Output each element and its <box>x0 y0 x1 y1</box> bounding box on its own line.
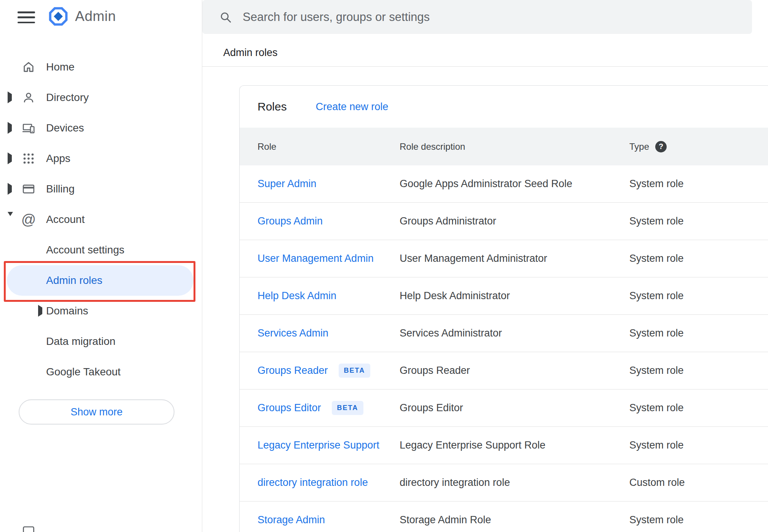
credit-card-icon <box>22 182 35 196</box>
help-icon[interactable]: ? <box>655 141 667 152</box>
roles-card-header: Roles Create new role <box>240 86 768 128</box>
beta-badge: BETA <box>339 364 371 378</box>
chevron-right-icon[interactable] <box>8 186 12 192</box>
sidebar-item-label: Account <box>46 213 85 226</box>
home-icon <box>22 60 35 74</box>
role-description: Storage Admin Role <box>400 514 491 526</box>
apps-grid-icon <box>22 152 35 165</box>
search-icon <box>219 11 232 24</box>
role-link[interactable]: Help Desk Admin <box>258 290 336 302</box>
column-header-role: Role <box>258 141 400 152</box>
column-header-type: Type ? <box>629 141 768 152</box>
admin-logo-icon <box>48 6 69 27</box>
sidebar-nav: Home Directory <box>0 52 202 387</box>
role-link[interactable]: Services Admin <box>258 327 328 339</box>
role-type: System role <box>629 215 684 227</box>
role-description: Groups Reader <box>400 365 470 377</box>
role-type: System role <box>629 290 684 302</box>
role-link[interactable]: Legacy Enterprise Support <box>258 439 379 451</box>
table-header-row: Role Role description Type ? <box>240 128 768 165</box>
admin-logo-text: Admin <box>75 8 116 24</box>
role-description: Services Administrator <box>400 327 502 339</box>
table-body: Super Admin Google Apps Administrator Se… <box>240 165 768 532</box>
sidebar-item-label: Admin roles <box>46 274 102 287</box>
sidebar-item-label: Billing <box>46 183 75 195</box>
card-title: Roles <box>258 100 287 113</box>
role-type: System role <box>629 178 684 190</box>
sidebar-item-directory[interactable]: Directory <box>0 82 202 113</box>
chevron-right-icon[interactable] <box>8 94 12 101</box>
table-row: User Management Admin User Management Ad… <box>240 240 768 277</box>
sidebar-item-label: Domains <box>46 305 88 317</box>
role-type: System role <box>629 402 684 414</box>
menu-icon[interactable] <box>18 11 35 23</box>
breadcrumb: Admin roles <box>223 47 278 59</box>
search-input[interactable] <box>243 6 752 29</box>
show-more-button[interactable]: Show more <box>19 399 174 425</box>
chevron-right-icon[interactable] <box>38 308 42 314</box>
sidebar-item-google-takeout[interactable]: Google Takeout <box>0 357 202 387</box>
search-bar <box>202 0 752 34</box>
column-header-role-description: Role description <box>400 141 629 152</box>
admin-logo: Admin <box>48 6 116 27</box>
role-type: Custom role <box>629 477 685 489</box>
show-more-label: Show more <box>70 406 123 418</box>
role-link[interactable]: Groups Reader <box>258 365 328 377</box>
sidebar: Admin Home Directory <box>0 0 202 532</box>
role-type: System role <box>629 253 684 264</box>
table-row: directory integration role directory int… <box>240 464 768 502</box>
breadcrumb-band: Admin roles <box>202 34 768 66</box>
sidebar-item-label: Devices <box>46 122 84 134</box>
admin-console-screen: Admin Home Directory <box>0 0 768 532</box>
role-type: System role <box>629 439 684 451</box>
chevron-right-icon[interactable] <box>8 125 12 131</box>
sidebar-item-data-migration[interactable]: Data migration <box>0 326 202 357</box>
table-row: Services Admin Services Administrator Sy… <box>240 315 768 352</box>
table-row: Legacy Enterprise Support Legacy Enterpr… <box>240 427 768 464</box>
role-link[interactable]: Super Admin <box>258 178 317 190</box>
divider <box>202 66 768 67</box>
person-icon <box>22 91 35 104</box>
sidebar-item-devices[interactable]: Devices <box>0 113 202 143</box>
sidebar-item-label: Home <box>46 61 75 73</box>
sidebar-item-account[interactable]: @ Account <box>0 204 202 235</box>
devices-icon <box>22 121 35 135</box>
sidebar-item-label: Directory <box>46 91 89 104</box>
role-type: System role <box>629 365 684 377</box>
sidebar-item-label: Account settings <box>46 244 124 256</box>
role-type: System role <box>629 327 684 339</box>
role-description: User Management Administrator <box>400 253 547 264</box>
role-description: directory integration role <box>400 477 510 489</box>
sidebar-item-billing[interactable]: Billing <box>0 174 202 204</box>
table-row: Groups Reader BETA Groups Reader System … <box>240 352 768 389</box>
partial-sidebar-icon <box>22 525 35 532</box>
role-link[interactable]: Groups Admin <box>258 215 323 227</box>
chevron-down-icon[interactable] <box>8 216 13 223</box>
create-new-role-link[interactable]: Create new role <box>316 101 389 113</box>
table-row: Groups Editor BETA Groups Editor System … <box>240 389 768 427</box>
role-description: Groups Editor <box>400 402 463 414</box>
role-description: Groups Administrator <box>400 215 496 227</box>
sidebar-item-admin-roles[interactable]: Admin roles <box>7 265 194 296</box>
role-link[interactable]: Groups Editor <box>258 402 321 414</box>
role-description: Legacy Enterprise Support Role <box>400 439 546 451</box>
table-row: Super Admin Google Apps Administrator Se… <box>240 165 768 203</box>
role-description: Google Apps Administrator Seed Role <box>400 178 572 190</box>
sidebar-item-account-settings[interactable]: Account settings <box>0 235 202 265</box>
role-link[interactable]: Storage Admin <box>258 514 325 526</box>
sidebar-item-label: Data migration <box>46 335 115 348</box>
sidebar-item-apps[interactable]: Apps <box>0 143 202 174</box>
sidebar-item-label: Google Takeout <box>46 366 121 378</box>
chevron-right-icon[interactable] <box>8 155 12 162</box>
role-link[interactable]: directory integration role <box>258 477 368 489</box>
sidebar-item-domains[interactable]: Domains <box>0 296 202 326</box>
table-row: Groups Admin Groups Administrator System… <box>240 203 768 240</box>
at-icon: @ <box>22 213 35 226</box>
role-type: System role <box>629 514 684 526</box>
table-row: Help Desk Admin Help Desk Administrator … <box>240 277 768 315</box>
beta-badge: BETA <box>332 401 364 415</box>
sidebar-item-label: Apps <box>46 152 70 165</box>
sidebar-item-home[interactable]: Home <box>0 52 202 82</box>
roles-card: Roles Create new role Role Role descript… <box>239 85 768 532</box>
role-link[interactable]: User Management Admin <box>258 253 374 264</box>
